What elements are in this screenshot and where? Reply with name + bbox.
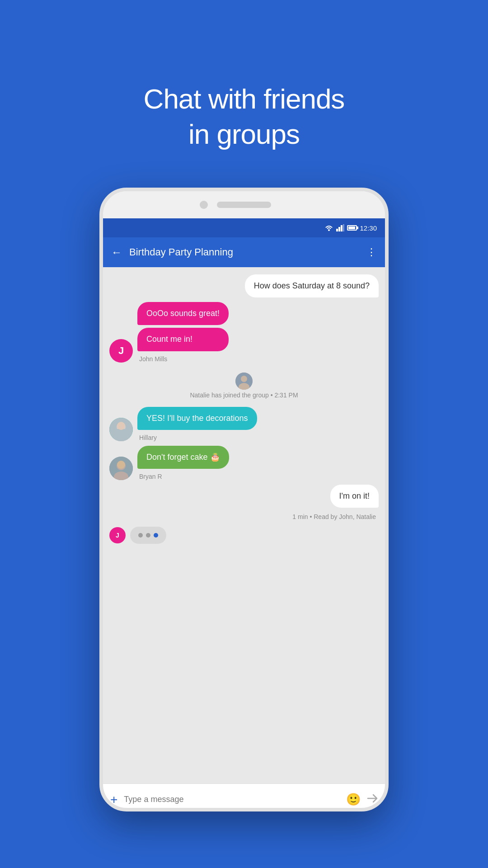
status-bar: 12:30 xyxy=(103,218,385,237)
page-headline: Chat with friends in groups xyxy=(144,41,345,151)
svg-rect-2 xyxy=(338,227,340,231)
bubble: How does Saturday at 8 sound? xyxy=(245,274,379,297)
status-time: 12:30 xyxy=(360,224,377,232)
message-row: YES! I'll buy the decorations Hillary xyxy=(109,407,379,441)
typing-dot-2 xyxy=(146,533,150,538)
system-text: Natalie has joined the group • 2:31 PM xyxy=(190,392,298,399)
svg-point-12 xyxy=(117,422,125,430)
chat-title: Birthday Party Planning xyxy=(129,246,359,258)
sender-name: Hillary xyxy=(139,434,257,441)
chat-area: How does Saturday at 8 sound? J OoOo sou… xyxy=(103,267,385,783)
svg-point-16 xyxy=(117,461,125,469)
typing-dots xyxy=(130,527,166,544)
status-icons: 12:30 xyxy=(324,224,377,232)
bubble: YES! I'll buy the decorations xyxy=(137,407,257,430)
avatar: J xyxy=(109,339,133,363)
svg-rect-1 xyxy=(336,229,338,231)
avatar xyxy=(109,418,133,441)
message-meta: 1 min • Read by John, Natalie xyxy=(109,513,379,520)
message-row: Don't forget cake 🎂 Bryan R xyxy=(109,446,379,480)
message-row: J OoOo sounds great! Count me in! John M… xyxy=(109,302,379,362)
emoji-button[interactable]: 🙂 xyxy=(346,793,361,807)
phone-mockup: 12:30 ← Birthday Party Planning ⋮ How do… xyxy=(99,188,389,811)
sender-name: John Mills xyxy=(139,355,229,363)
svg-rect-11 xyxy=(114,429,128,441)
bubble: Count me in! xyxy=(137,328,229,351)
phone-speaker xyxy=(217,202,271,208)
svg-rect-4 xyxy=(343,224,344,231)
app-header: ← Birthday Party Planning ⋮ xyxy=(103,237,385,267)
sender-name: Bryan R xyxy=(139,473,229,480)
headline-text: Chat with friends xyxy=(144,81,345,117)
svg-point-0 xyxy=(328,229,330,231)
back-button[interactable]: ← xyxy=(111,246,122,259)
more-options-button[interactable]: ⋮ xyxy=(366,246,377,258)
headline-text-2: in groups xyxy=(144,117,345,152)
input-bar: + 🙂 xyxy=(103,783,385,811)
bubble: I'm on it! xyxy=(330,485,379,508)
message-row: How does Saturday at 8 sound? xyxy=(109,274,379,297)
wifi-icon xyxy=(324,224,333,231)
typing-dot-3 xyxy=(154,533,158,538)
bubble: OoOo sounds great! xyxy=(137,302,229,325)
system-message: Natalie has joined the group • 2:31 PM xyxy=(109,373,379,399)
message-input[interactable] xyxy=(124,795,340,804)
add-button[interactable]: + xyxy=(110,793,117,807)
bubble: Don't forget cake 🎂 xyxy=(137,446,229,469)
typing-avatar: J xyxy=(109,527,126,543)
typing-indicator: J xyxy=(109,527,379,544)
svg-rect-3 xyxy=(341,225,343,231)
signal-icon xyxy=(336,224,344,231)
battery-icon xyxy=(347,225,357,231)
phone-camera xyxy=(200,201,208,209)
message-row: I'm on it! xyxy=(109,485,379,508)
send-button[interactable] xyxy=(367,793,378,806)
system-avatar xyxy=(235,373,253,390)
phone-top-bar xyxy=(103,191,385,218)
avatar xyxy=(109,457,133,480)
typing-dot-1 xyxy=(138,533,143,538)
svg-point-6 xyxy=(241,376,247,382)
